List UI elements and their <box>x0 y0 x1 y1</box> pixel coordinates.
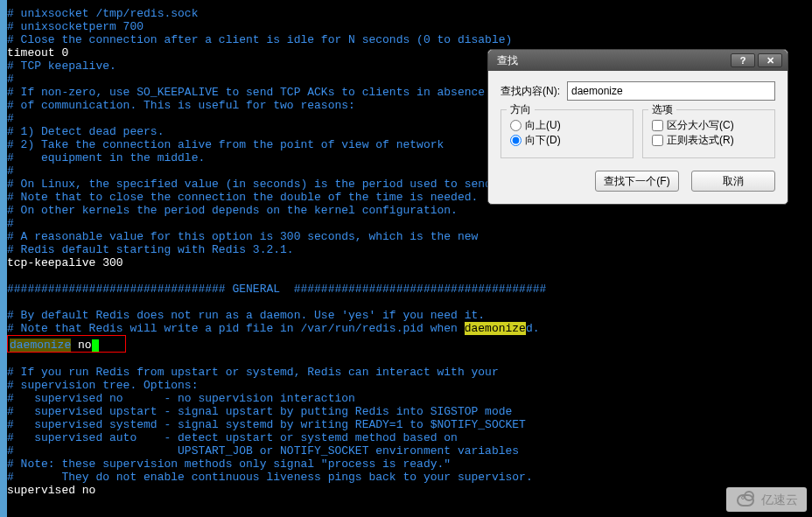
watermark-text: 亿速云 <box>761 493 798 507</box>
config-line: # They do not enable continuous liveness… <box>7 471 812 484</box>
config-line: # supervised systemd - signal systemd by… <box>7 418 812 431</box>
check-regex-label: 正则表达式(R) <box>667 134 734 147</box>
help-icon: ? <box>740 54 746 67</box>
options-fieldset: 选项 区分大小写(C) 正则表达式(R) <box>642 109 775 158</box>
cursor-icon <box>92 339 99 352</box>
config-line: # Note that Redis will write a pid file … <box>7 322 812 335</box>
config-line: # unixsocketperm 700 <box>7 20 812 33</box>
config-line: # By default Redis does not run as a dae… <box>7 309 812 322</box>
config-line: # supervised auto - detect upstart or sy… <box>7 431 812 444</box>
config-line: tcp-keepalive 300 <box>7 256 812 269</box>
dialog-title: 查找 <box>497 54 731 67</box>
watermark: 亿速云 <box>726 487 807 512</box>
config-line: # supervision tree. Options: <box>7 379 812 392</box>
search-match: daemonize <box>10 339 71 352</box>
check-case-label: 区分大小写(C) <box>667 119 734 132</box>
config-line: # Redis default starting with Redis 3.2.… <box>7 243 812 256</box>
cancel-button[interactable]: 取消 <box>691 171 775 192</box>
radio-down-label: 向下(D) <box>525 134 561 147</box>
check-case-input[interactable] <box>652 120 663 131</box>
find-next-button[interactable]: 查找下一个(F) <box>595 171 679 192</box>
close-icon: ✕ <box>766 54 774 67</box>
direction-fieldset: 方向 向上(U) 向下(D) <box>500 109 634 158</box>
dialog-titlebar[interactable]: 查找 ? ✕ <box>488 50 788 71</box>
config-line-highlighted: daemonize no <box>7 335 812 353</box>
blank-line <box>7 269 812 283</box>
config-line: # supervised no - no supervision interac… <box>7 392 812 405</box>
config-line: # Note: these supervision methods only s… <box>7 458 812 471</box>
config-line: # UPSTART_JOB or NOTIFY_SOCKET environme… <box>7 444 812 458</box>
check-regex-input[interactable] <box>652 135 663 146</box>
radio-down-input[interactable] <box>510 135 522 146</box>
direction-legend: 方向 <box>507 103 535 116</box>
search-label: 查找内容(N): <box>500 85 560 98</box>
search-input[interactable] <box>567 81 775 101</box>
config-line: supervised no <box>7 484 812 497</box>
blank-line <box>7 296 812 309</box>
close-button[interactable]: ✕ <box>758 53 782 67</box>
config-line: # supervised upstart - signal upstart by… <box>7 405 812 418</box>
config-line: # If you run Redis from upstart or syste… <box>7 366 812 379</box>
radio-up[interactable]: 向上(U) <box>510 119 624 132</box>
search-match: daemonize <box>465 322 526 335</box>
blank-line <box>7 353 812 366</box>
cloud-icon <box>735 493 756 507</box>
config-line: # A reasonable value for this option is … <box>7 230 812 243</box>
check-case-sensitive[interactable]: 区分大小写(C) <box>652 119 766 132</box>
config-line: # <box>7 217 812 230</box>
config-line: # unixsocket /tmp/redis.sock <box>7 7 812 20</box>
check-regex[interactable]: 正则表达式(R) <box>652 134 766 147</box>
find-dialog: 查找 ? ✕ 查找内容(N): 方向 向上(U) 向下(D) <box>487 49 788 205</box>
radio-up-input[interactable] <box>510 120 522 131</box>
radio-down[interactable]: 向下(D) <box>510 134 624 147</box>
config-line: # On other kernels the period depends on… <box>7 204 812 217</box>
section-header: ################################ GENERAL… <box>7 283 812 296</box>
options-legend: 选项 <box>648 103 676 116</box>
help-button[interactable]: ? <box>731 53 755 67</box>
config-line: # Close the connection after a client is… <box>7 33 812 46</box>
radio-up-label: 向上(U) <box>525 119 561 132</box>
